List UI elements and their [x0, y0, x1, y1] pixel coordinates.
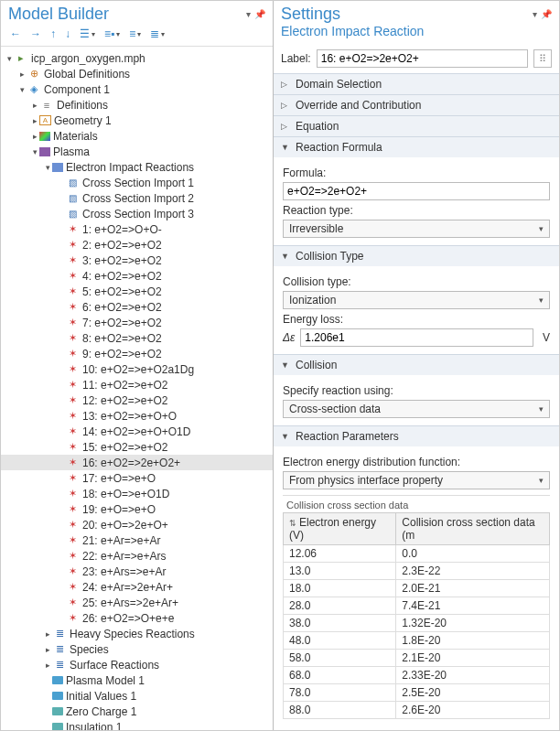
- tree-node[interactable]: ✶9: e+O2=>e+O2: [1, 346, 273, 361]
- specify-reaction-dropdown[interactable]: Cross-section data: [283, 400, 550, 418]
- expand-arrow-icon[interactable]: ▸: [30, 101, 39, 110]
- tree-node[interactable]: Insulation 1: [1, 719, 273, 730]
- table-cell[interactable]: 68.0: [284, 667, 396, 684]
- tree-node[interactable]: Initial Values 1: [1, 688, 273, 704]
- expand-arrow-icon[interactable]: ▾: [43, 163, 52, 172]
- table-cell[interactable]: 0.0: [396, 545, 550, 563]
- table-row[interactable]: 58.02.1E-20: [284, 650, 550, 667]
- tree-node[interactable]: ✶26: e+O2=>O+e+e: [1, 610, 273, 626]
- table-cell[interactable]: 2.33E-20: [396, 667, 550, 684]
- tree-node[interactable]: ▸AGeometry 1: [1, 113, 273, 128]
- tree-node[interactable]: ✶8: e+O2=>e+O2: [1, 330, 273, 346]
- tree-node[interactable]: ✶21: e+Ar=>e+Ar: [1, 532, 273, 548]
- tree-node[interactable]: Plasma Model 1: [1, 672, 273, 688]
- table-cell[interactable]: 13.0: [284, 563, 396, 580]
- table-row[interactable]: 12.060.0: [284, 545, 550, 563]
- tree-node[interactable]: ✶11: e+O2=>e+O2: [1, 377, 273, 392]
- tree-node[interactable]: ▧Cross Section Import 3: [1, 206, 273, 221]
- table-row[interactable]: 28.07.4E-21: [284, 597, 550, 615]
- tree-node[interactable]: ✶18: e+O=>e+O1D: [1, 486, 273, 501]
- tree-node[interactable]: ✶23: e+Ars=>e+Ar: [1, 564, 273, 579]
- tree-node[interactable]: ▾▸icp_argon_oxygen.mph: [1, 50, 273, 66]
- tree-node[interactable]: ✶19: e+O=>e+O: [1, 501, 273, 517]
- tree-node[interactable]: ✶6: e+O2=>e+O2: [1, 299, 273, 315]
- table-cell[interactable]: 2.6E-20: [396, 702, 550, 719]
- table-cell[interactable]: 7.4E-21: [396, 597, 550, 615]
- nav-back-button[interactable]: ←: [6, 26, 25, 42]
- energy-loss-input[interactable]: [300, 328, 533, 347]
- section-collision-type[interactable]: ▼Collision Type: [274, 246, 559, 266]
- table-cell[interactable]: 1.8E-20: [396, 632, 550, 650]
- tree-node[interactable]: ✶22: e+Ar=>e+Ars: [1, 548, 273, 564]
- table-cell[interactable]: 78.0: [284, 684, 396, 702]
- section-override[interactable]: ▷Override and Contribution: [274, 95, 559, 115]
- tree-node[interactable]: ▸≣Surface Reactions: [1, 657, 273, 672]
- tree-node[interactable]: ▧Cross Section Import 1: [1, 175, 273, 190]
- table-cell[interactable]: 2.1E-20: [396, 650, 550, 667]
- tree-node[interactable]: ▸≣Species: [1, 641, 273, 657]
- section-domain-selection[interactable]: ▷Domain Selection: [274, 74, 559, 94]
- table-row[interactable]: 78.02.5E-20: [284, 684, 550, 702]
- tree-node[interactable]: ✶13: e+O2=>e+O+O: [1, 408, 273, 424]
- expand-arrow-icon[interactable]: ▾: [17, 85, 27, 94]
- tree-node[interactable]: ▸⊕Global Definitions: [1, 66, 273, 81]
- expand-arrow-icon[interactable]: ▾: [30, 147, 39, 156]
- tree-node[interactable]: ✶2: e+O2=>e+O2: [1, 237, 273, 253]
- expand-arrow-icon[interactable]: ▸: [17, 70, 27, 79]
- table-cell[interactable]: 12.06: [284, 545, 396, 563]
- tree-node[interactable]: ✶12: e+O2=>e+O2: [1, 392, 273, 408]
- nav-up-button[interactable]: ↑: [47, 26, 59, 42]
- section-collision[interactable]: ▼Collision: [274, 355, 559, 375]
- tree-node[interactable]: ✶17: e+O=>e+O: [1, 470, 273, 486]
- expand-arrow-icon[interactable]: ▸: [43, 661, 52, 670]
- tree-node[interactable]: ▾Plasma: [1, 144, 273, 159]
- tree-node[interactable]: ▾Electron Impact Reactions: [1, 159, 273, 175]
- section-reaction-parameters[interactable]: ▼Reaction Parameters: [274, 426, 559, 446]
- table-row[interactable]: 88.02.6E-20: [284, 702, 550, 719]
- expand-button[interactable]: ≡: [125, 26, 145, 42]
- tree-node[interactable]: ✶5: e+O2=>e+O2: [1, 284, 273, 299]
- table-cell[interactable]: 28.0: [284, 597, 396, 615]
- show-button[interactable]: ☰: [76, 26, 99, 42]
- tree-node[interactable]: Zero Charge 1: [1, 704, 273, 719]
- table-cell[interactable]: 18.0: [284, 580, 396, 597]
- expand-arrow-icon[interactable]: ▸: [30, 132, 39, 141]
- table-row[interactable]: 13.02.3E-22: [284, 563, 550, 580]
- nav-fwd-button[interactable]: →: [27, 26, 45, 42]
- tree-node[interactable]: ✶1: e+O2=>O+O-: [1, 221, 273, 237]
- expand-arrow-icon[interactable]: ▾: [5, 54, 14, 63]
- tree-node[interactable]: ▾◈Component 1: [1, 81, 273, 97]
- table-header-cross-section[interactable]: Collision cross section data (m: [396, 513, 550, 545]
- formula-input[interactable]: [283, 182, 550, 200]
- section-reaction-formula[interactable]: ▼Reaction Formula: [274, 137, 559, 157]
- table-header-energy[interactable]: ⇅Electron energy (V): [284, 513, 396, 545]
- tree-node[interactable]: ✶7: e+O2=>e+O2: [1, 315, 273, 330]
- expand-all-button[interactable]: ≣: [146, 26, 168, 42]
- section-equation[interactable]: ▷Equation: [274, 116, 559, 136]
- tree-node[interactable]: ✶3: e+O2=>e+O2: [1, 253, 273, 268]
- collapse-button[interactable]: ≡▪: [101, 26, 124, 42]
- tree-node[interactable]: ✶10: e+O2=>e+O2a1Dg: [1, 361, 273, 377]
- tree-node[interactable]: ✶24: e+Ar=>2e+Ar+: [1, 579, 273, 595]
- pin-icon[interactable]: 📌: [254, 9, 265, 19]
- cross-section-table[interactable]: ⇅Electron energy (V) Collision cross sec…: [283, 512, 550, 719]
- table-cell[interactable]: 2.3E-22: [396, 563, 550, 580]
- table-cell[interactable]: 48.0: [284, 632, 396, 650]
- table-row[interactable]: 68.02.33E-20: [284, 667, 550, 684]
- expand-arrow-icon[interactable]: ▸: [30, 116, 39, 125]
- expand-arrow-icon[interactable]: ▸: [43, 629, 52, 639]
- table-cell[interactable]: 2.0E-21: [396, 580, 550, 597]
- label-input[interactable]: [317, 49, 528, 68]
- table-row[interactable]: 38.01.32E-20: [284, 615, 550, 632]
- tree-node[interactable]: ▧Cross Section Import 2: [1, 190, 273, 206]
- tree-node[interactable]: ▸≡Definitions: [1, 97, 273, 113]
- tag-button[interactable]: ⠿: [533, 49, 552, 68]
- table-cell[interactable]: 2.5E-20: [396, 684, 550, 702]
- nav-down-button[interactable]: ↓: [61, 26, 74, 42]
- tree-node[interactable]: ✶20: e+O=>2e+O+: [1, 517, 273, 532]
- table-row[interactable]: 18.02.0E-21: [284, 580, 550, 597]
- tree-node[interactable]: ✶15: e+O2=>e+O2: [1, 439, 273, 455]
- pin-icon[interactable]: 📌: [541, 9, 552, 19]
- table-cell[interactable]: 38.0: [284, 615, 396, 632]
- expand-arrow-icon[interactable]: ▸: [43, 645, 52, 654]
